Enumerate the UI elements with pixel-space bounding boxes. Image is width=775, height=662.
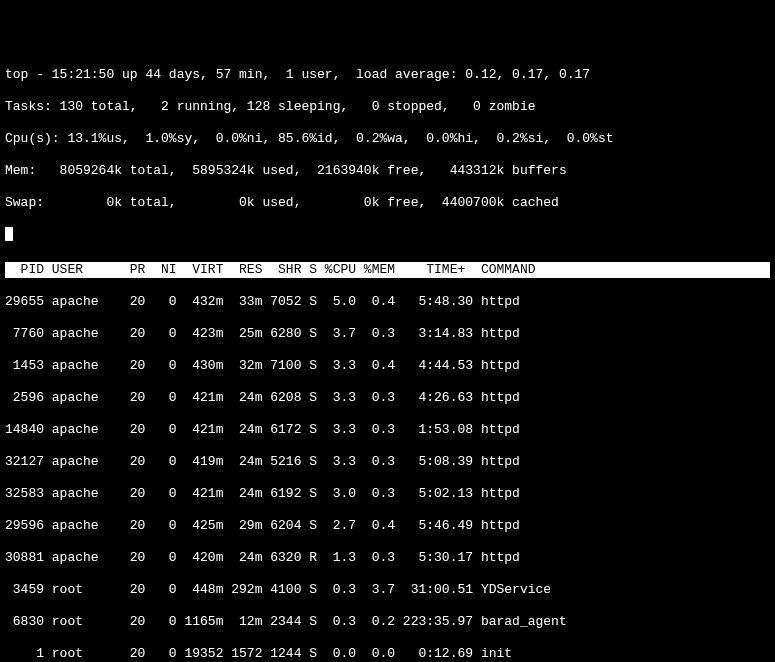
process-row: 7760 apache 20 0 423m 25m 6280 S 3.7 0.3… (5, 326, 770, 342)
cursor-icon (5, 227, 13, 241)
process-row: 1 root 20 0 19352 1572 1244 S 0.0 0.0 0:… (5, 646, 770, 662)
process-row: 3459 root 20 0 448m 292m 4100 S 0.3 3.7 … (5, 582, 770, 598)
process-row: 2596 apache 20 0 421m 24m 6208 S 3.3 0.3… (5, 390, 770, 406)
process-row: 14840 apache 20 0 421m 24m 6172 S 3.3 0.… (5, 422, 770, 438)
summary-line-1: top - 15:21:50 up 44 days, 57 min, 1 use… (5, 67, 770, 83)
summary-line-3: Cpu(s): 13.1%us, 1.0%sy, 0.0%ni, 85.6%id… (5, 131, 770, 147)
process-row: 29596 apache 20 0 425m 29m 6204 S 2.7 0.… (5, 518, 770, 534)
process-row: 1453 apache 20 0 430m 32m 7100 S 3.3 0.4… (5, 358, 770, 374)
summary-line-4: Mem: 8059264k total, 5895324k used, 2163… (5, 163, 770, 179)
summary-line-2: Tasks: 130 total, 2 running, 128 sleepin… (5, 99, 770, 115)
blank-line (5, 227, 770, 246)
process-row: 30881 apache 20 0 420m 24m 6320 R 1.3 0.… (5, 550, 770, 566)
process-row: 32127 apache 20 0 419m 24m 5216 S 3.3 0.… (5, 454, 770, 470)
column-header: PID USER PR NI VIRT RES SHR S %CPU %MEM … (5, 262, 770, 278)
summary-line-5: Swap: 0k total, 0k used, 0k free, 440070… (5, 195, 770, 211)
process-row: 6830 root 20 0 1165m 12m 2344 S 0.3 0.2 … (5, 614, 770, 630)
process-row: 29655 apache 20 0 432m 33m 7052 S 5.0 0.… (5, 294, 770, 310)
process-row: 32583 apache 20 0 421m 24m 6192 S 3.0 0.… (5, 486, 770, 502)
